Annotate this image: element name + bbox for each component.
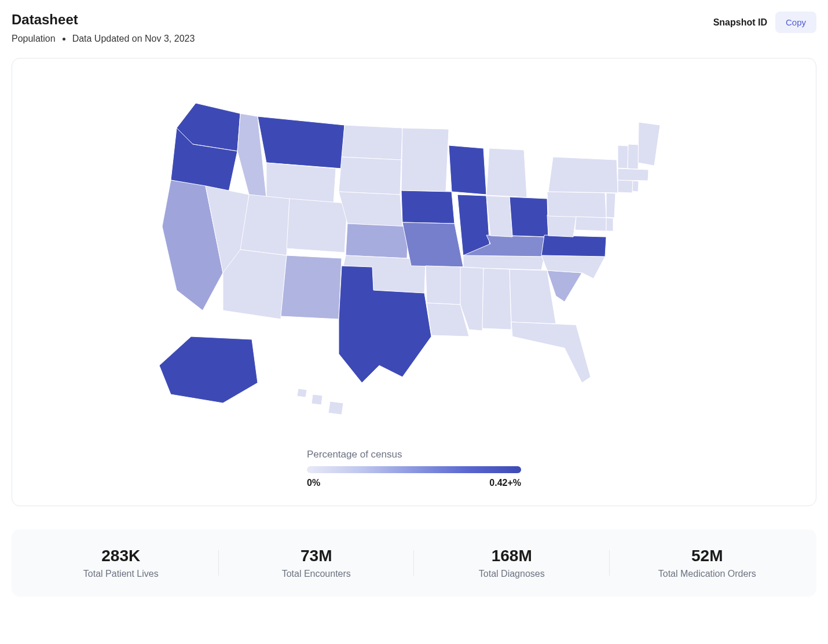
legend-max: 0.42+% xyxy=(489,478,521,488)
us-choropleth-map xyxy=(136,82,692,431)
state-nm[interactable] xyxy=(281,255,342,319)
stat-medication-orders: 52M Total Medication Orders xyxy=(610,547,805,579)
state-ne[interactable] xyxy=(339,192,402,226)
subtitle-separator-dot xyxy=(63,38,65,41)
state-hi[interactable] xyxy=(297,389,343,415)
state-mn[interactable] xyxy=(401,128,449,192)
legend-labels: 0% 0.42+% xyxy=(307,478,521,488)
subtitle-category: Population xyxy=(12,34,56,44)
state-nh[interactable] xyxy=(628,144,639,169)
state-me[interactable] xyxy=(638,122,660,166)
stat-value: 168M xyxy=(414,547,610,565)
state-fl[interactable] xyxy=(511,322,591,383)
page-header: Datasheet Population Data Updated on Nov… xyxy=(12,12,816,44)
page-title: Datasheet xyxy=(12,12,195,28)
state-mi[interactable] xyxy=(486,148,527,197)
state-ks[interactable] xyxy=(346,224,408,258)
state-az[interactable] xyxy=(223,250,287,319)
stat-diagnoses: 168M Total Diagnoses xyxy=(414,547,610,579)
state-ak[interactable] xyxy=(159,336,258,403)
legend-min: 0% xyxy=(307,478,320,488)
state-oh[interactable] xyxy=(510,197,548,237)
state-ar[interactable] xyxy=(426,266,463,305)
state-sc[interactable] xyxy=(547,270,582,302)
header-right: Snapshot ID Copy xyxy=(713,12,816,33)
map-legend: Percentage of census 0% 0.42+% xyxy=(307,449,521,488)
state-wv[interactable] xyxy=(547,215,576,237)
legend-title: Percentage of census xyxy=(307,449,521,460)
state-ct[interactable] xyxy=(618,180,633,193)
state-vt[interactable] xyxy=(618,145,628,169)
state-al[interactable] xyxy=(482,268,511,330)
us-map-svg xyxy=(136,82,692,429)
state-ia[interactable] xyxy=(401,191,455,224)
stat-value: 73M xyxy=(219,547,415,565)
state-md[interactable] xyxy=(575,217,606,231)
copy-button[interactable]: Copy xyxy=(775,12,816,33)
stat-label: Total Patient Lives xyxy=(23,569,219,579)
state-ga[interactable] xyxy=(510,269,556,324)
stat-value: 283K xyxy=(23,547,219,565)
state-nj[interactable] xyxy=(606,193,615,218)
state-tn[interactable] xyxy=(463,255,544,270)
state-de[interactable] xyxy=(606,218,613,231)
state-co[interactable] xyxy=(287,199,347,253)
stat-label: Total Encounters xyxy=(219,569,415,579)
state-ny[interactable] xyxy=(548,157,618,193)
state-ma[interactable] xyxy=(618,169,649,181)
stat-value: 52M xyxy=(610,547,805,565)
state-ut[interactable] xyxy=(240,195,290,255)
state-ri[interactable] xyxy=(632,181,639,192)
state-mo[interactable] xyxy=(402,222,463,267)
state-in[interactable] xyxy=(486,196,512,237)
state-mt[interactable] xyxy=(258,116,345,169)
stat-label: Total Medication Orders xyxy=(610,569,805,579)
subtitle-updated: Data Updated on Nov 3, 2023 xyxy=(72,34,195,44)
stat-patient-lives: 283K Total Patient Lives xyxy=(23,547,219,579)
stats-card: 283K Total Patient Lives 73M Total Encou… xyxy=(12,529,816,597)
stat-label: Total Diagnoses xyxy=(414,569,610,579)
header-left: Datasheet Population Data Updated on Nov… xyxy=(12,12,195,44)
map-card: Percentage of census 0% 0.42+% xyxy=(12,58,816,506)
snapshot-id-label: Snapshot ID xyxy=(713,17,767,28)
state-nd[interactable] xyxy=(342,125,402,160)
stat-encounters: 73M Total Encounters xyxy=(219,547,415,579)
state-wi[interactable] xyxy=(449,145,486,195)
state-va[interactable] xyxy=(541,235,606,257)
state-sd[interactable] xyxy=(339,157,401,195)
legend-gradient-bar xyxy=(307,466,521,473)
state-pa[interactable] xyxy=(547,192,606,218)
page-subtitle: Population Data Updated on Nov 3, 2023 xyxy=(12,34,195,44)
